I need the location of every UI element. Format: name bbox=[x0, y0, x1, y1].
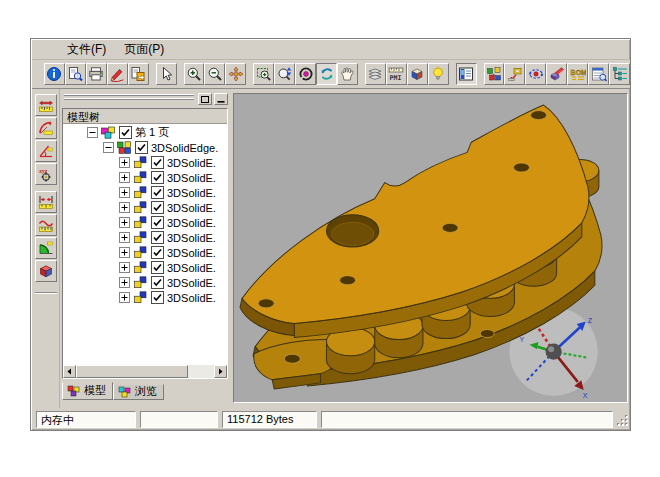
visibility-checkbox[interactable] bbox=[151, 201, 164, 214]
model-tree: 第 1 页 3DSolidEdge. 3DSolidE. 3DSolidE. 3… bbox=[63, 125, 227, 365]
move-part-button[interactable] bbox=[504, 63, 525, 85]
expand-icon[interactable] bbox=[119, 232, 130, 243]
visibility-checkbox[interactable] bbox=[151, 246, 164, 259]
tree-item-part[interactable]: 3DSolidE. bbox=[63, 275, 227, 290]
report-icon bbox=[591, 66, 607, 82]
tree-item-part[interactable]: 3DSolidE. bbox=[63, 230, 227, 245]
light-icon bbox=[430, 66, 446, 82]
pan-button[interactable] bbox=[337, 63, 358, 85]
expand-icon[interactable] bbox=[119, 247, 130, 258]
zoom-out-button[interactable] bbox=[204, 63, 225, 85]
tree-item-part[interactable]: 3DSolidE. bbox=[63, 200, 227, 215]
viewport-3d[interactable]: Z Y X bbox=[233, 93, 628, 403]
expand-icon[interactable] bbox=[119, 202, 130, 213]
measure-radius-button[interactable] bbox=[35, 117, 57, 139]
dock-restore-button[interactable] bbox=[198, 93, 212, 105]
tree-panel-toggle-button[interactable] bbox=[456, 63, 477, 85]
tree-item-part[interactable]: 3DSolidE. bbox=[63, 155, 227, 170]
fit-window-button[interactable] bbox=[225, 63, 246, 85]
expand-icon[interactable] bbox=[119, 277, 130, 288]
tree-item-part[interactable]: 3DSolidE. bbox=[63, 170, 227, 185]
select-button[interactable] bbox=[156, 63, 177, 85]
tab-label: 模型 bbox=[84, 383, 106, 398]
assembly-icon bbox=[486, 66, 502, 82]
expand-icon[interactable] bbox=[119, 172, 130, 183]
expand-icon[interactable] bbox=[119, 157, 130, 168]
menu-page[interactable]: 页面(P) bbox=[115, 39, 173, 60]
dock-minimize-button[interactable] bbox=[214, 93, 228, 105]
zoom-in-button[interactable] bbox=[184, 63, 205, 85]
tree-panel-toggle-icon bbox=[458, 66, 474, 82]
zoom-window-button[interactable] bbox=[253, 63, 274, 85]
expand-icon[interactable] bbox=[119, 262, 130, 273]
tree-item-label: 3DSolidE. bbox=[167, 202, 216, 214]
visibility-checkbox[interactable] bbox=[151, 171, 164, 184]
collapse-icon[interactable] bbox=[103, 142, 114, 153]
tree-item-label: 3DSolidE. bbox=[167, 172, 216, 184]
tree-list-button[interactable] bbox=[609, 63, 630, 85]
pmi-button[interactable]: PMI bbox=[386, 63, 407, 85]
expand-icon[interactable] bbox=[119, 292, 130, 303]
visibility-checkbox[interactable] bbox=[151, 216, 164, 229]
rotate-part-button[interactable] bbox=[525, 63, 546, 85]
refresh-button[interactable] bbox=[316, 63, 337, 85]
print-preview-button[interactable] bbox=[65, 63, 86, 85]
bom-button[interactable]: BOM bbox=[567, 63, 588, 85]
tree-item-assembly[interactable]: 3DSolidEdge. bbox=[63, 140, 227, 155]
tree-item-label: 3DSolidE. bbox=[167, 247, 216, 259]
collapse-icon[interactable] bbox=[87, 127, 98, 138]
expand-icon[interactable] bbox=[119, 217, 130, 228]
tab-browse[interactable]: 浏览 bbox=[113, 384, 164, 400]
visibility-checkbox[interactable] bbox=[151, 156, 164, 169]
tree-item-page[interactable]: 第 1 页 bbox=[63, 125, 227, 140]
visibility-checkbox[interactable] bbox=[151, 186, 164, 199]
expand-icon[interactable] bbox=[119, 187, 130, 198]
visibility-checkbox[interactable] bbox=[151, 276, 164, 289]
rotate-view-button[interactable] bbox=[295, 63, 316, 85]
about-button[interactable] bbox=[44, 63, 65, 85]
tree-item-part[interactable]: 3DSolidE. bbox=[63, 245, 227, 260]
point-coordinate-icon: xyz bbox=[38, 166, 54, 182]
measure-volume-button[interactable] bbox=[35, 260, 57, 282]
measure-length-button[interactable] bbox=[35, 94, 57, 116]
report-button[interactable] bbox=[588, 63, 609, 85]
tree-item-part[interactable]: 3DSolidE. bbox=[63, 185, 227, 200]
dock-header[interactable] bbox=[63, 93, 228, 106]
visibility-checkbox[interactable] bbox=[135, 141, 148, 154]
visibility-checkbox[interactable] bbox=[151, 231, 164, 244]
layers-button[interactable] bbox=[365, 63, 386, 85]
dock-gripper[interactable] bbox=[64, 94, 194, 102]
scroll-right-button[interactable] bbox=[214, 365, 227, 378]
resize-grip[interactable] bbox=[615, 413, 629, 427]
assembly-button[interactable] bbox=[484, 63, 505, 85]
erase-button[interactable] bbox=[546, 63, 567, 85]
tree-horizontal-scrollbar[interactable] bbox=[63, 365, 227, 378]
print-button[interactable] bbox=[86, 63, 107, 85]
tree-item-part[interactable]: 3DSolidE. bbox=[63, 260, 227, 275]
measure-angle-button[interactable] bbox=[35, 140, 57, 162]
model-tree-panel: 模型树 第 1 页 3DSolidEdge. 3DSolidE. 3DSolid… bbox=[60, 89, 231, 408]
light-button[interactable] bbox=[428, 63, 449, 85]
measure-area-button[interactable] bbox=[35, 237, 57, 259]
visibility-checkbox[interactable] bbox=[151, 291, 164, 304]
menu-file[interactable]: 文件(F) bbox=[58, 39, 115, 60]
tree-item-part[interactable]: 3DSolidE. bbox=[63, 215, 227, 230]
measure-distance-button[interactable] bbox=[35, 191, 57, 213]
visibility-checkbox[interactable] bbox=[151, 261, 164, 274]
point-coordinate-button[interactable]: xyz bbox=[35, 163, 57, 185]
measure-curve-icon bbox=[38, 217, 54, 233]
scrollbar-thumb[interactable] bbox=[76, 365, 188, 378]
print-icon bbox=[88, 66, 104, 82]
visibility-checkbox[interactable] bbox=[119, 126, 132, 139]
measure-curve-button[interactable] bbox=[35, 214, 57, 236]
part-icon bbox=[132, 276, 149, 289]
redline-button[interactable] bbox=[107, 63, 128, 85]
tab-model[interactable]: 模型 bbox=[62, 382, 113, 400]
svg-text:BOM: BOM bbox=[570, 69, 585, 76]
zoom-dynamic-button[interactable] bbox=[274, 63, 295, 85]
scroll-left-button[interactable] bbox=[63, 365, 76, 378]
menu-bar: 文件(F) 页面(P) bbox=[32, 40, 630, 60]
tree-item-part[interactable]: 3DSolidE. bbox=[63, 290, 227, 305]
export-doc-button[interactable] bbox=[128, 63, 149, 85]
render-mode-button[interactable] bbox=[407, 63, 428, 85]
